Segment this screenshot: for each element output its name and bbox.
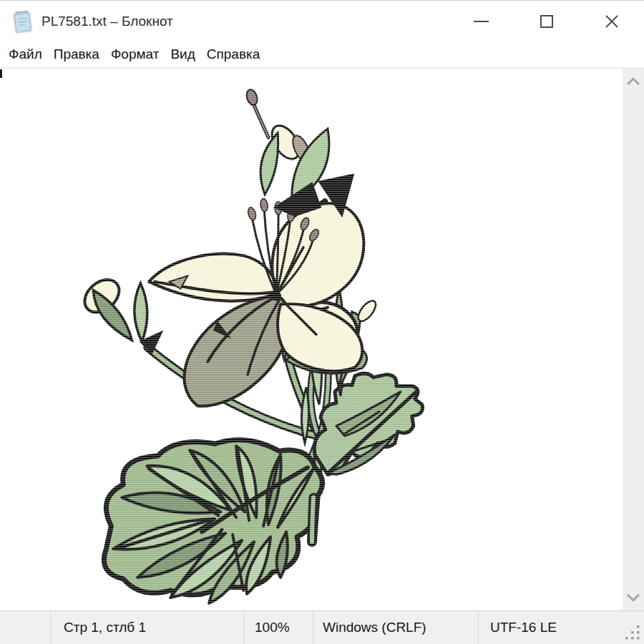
menu-item-edit[interactable]: Правка [48, 47, 105, 62]
flower-clipart-svg [0, 69, 623, 610]
text-area[interactable] [0, 69, 644, 610]
maximize-button[interactable] [514, 1, 579, 42]
resize-grip[interactable] [625, 625, 640, 640]
close-icon [603, 13, 620, 30]
status-zoom: 100% [243, 611, 313, 644]
title-bar: PL7581.txt – Блокнот [0, 1, 644, 42]
chevron-down-icon [624, 591, 643, 604]
notepad-window: PL7581.txt – Блокнот Файл Правка Формат … [0, 0, 644, 644]
minimize-icon [474, 21, 489, 22]
window-controls [449, 1, 644, 42]
menu-bar: Файл Правка Формат Вид Справка [0, 42, 644, 69]
flower-clipart [0, 69, 623, 610]
window-title: PL7581.txt – Блокнот [42, 14, 173, 29]
status-bar: Стр 1, стлб 1 100% Windows (CRLF) UTF-16… [0, 610, 644, 644]
menu-item-file[interactable]: Файл [3, 47, 48, 62]
notepad-icon [9, 9, 35, 34]
scroll-down-button[interactable] [623, 587, 644, 608]
menu-item-view[interactable]: Вид [165, 47, 200, 62]
status-encoding-label: UTF-16 LE [490, 620, 557, 635]
minimize-button[interactable] [449, 1, 514, 42]
chevron-up-icon [624, 75, 643, 88]
status-encoding: UTF-16 LE [478, 611, 644, 644]
vertical-scrollbar[interactable] [623, 69, 644, 610]
bottom-leaf-group [104, 440, 322, 603]
scroll-up-button[interactable] [623, 72, 644, 92]
status-cursor-position: Стр 1, стлб 1 [50, 611, 243, 644]
menu-item-help[interactable]: Справка [201, 47, 266, 62]
status-empty-section [0, 611, 50, 644]
status-line-ending: Windows (CRLF) [313, 611, 478, 644]
menu-item-format[interactable]: Формат [105, 47, 165, 62]
maximize-icon [540, 15, 553, 28]
top-bud-group [245, 88, 353, 215]
close-button[interactable] [579, 1, 644, 42]
